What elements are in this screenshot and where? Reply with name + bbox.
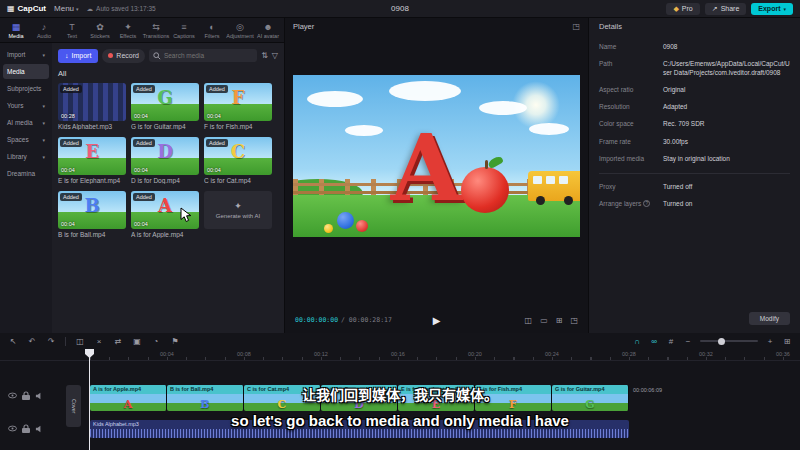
timeline-clip-a-apple[interactable]: A is for Apple.mp4 A xyxy=(90,385,167,411)
timeline-clip-g-guitar[interactable]: G is for Guitar.mp4 G xyxy=(552,385,629,411)
video-track-controls xyxy=(8,391,44,400)
record-button[interactable]: Record xyxy=(102,49,145,63)
sidebar-item-media[interactable]: Media xyxy=(3,64,49,79)
scene-letter-a: A xyxy=(391,126,462,211)
sidebar-label: Dreamina xyxy=(7,170,35,177)
mirror-icon[interactable]: ⇄ xyxy=(113,337,123,346)
media-card-a-apple[interactable]: Added A 00:04 A is for Apple.mp4 xyxy=(131,191,199,238)
detail-value: Stay in original location xyxy=(663,154,790,163)
detail-row-aspect-ratio: Aspect ratio Original xyxy=(599,85,790,94)
tab-text[interactable]: TText xyxy=(58,22,86,39)
mute-track-icon[interactable] xyxy=(35,425,44,433)
tab-label: Text xyxy=(67,33,77,39)
cover-button[interactable]: Cover xyxy=(66,385,81,427)
fullscreen-icon[interactable]: ◳ xyxy=(570,316,578,325)
delete-icon[interactable]: × xyxy=(94,337,104,346)
speed-icon[interactable]: ◔ xyxy=(151,337,161,346)
mark-icon[interactable]: ⚑ xyxy=(170,337,180,346)
media-card-g-guitar[interactable]: Added G 00:04 G is for Guitar.mp4 xyxy=(131,83,199,130)
lock-track-icon[interactable] xyxy=(22,391,30,400)
search-input[interactable] xyxy=(164,52,253,59)
zoom-out-icon[interactable]: − xyxy=(683,337,693,346)
tab-effects[interactable]: ✦Effects xyxy=(114,22,142,39)
media-browser-panel: Import▾ Media Subprojects Yours▾ AI medi… xyxy=(0,43,284,333)
sort-icon[interactable]: ⇅ xyxy=(261,51,268,60)
clip-letter: F xyxy=(509,398,517,411)
sidebar-item-ai-media[interactable]: AI media▾ xyxy=(3,115,49,130)
generate-with-ai-tile[interactable]: ✦ Generate with AI xyxy=(204,191,272,238)
tab-label: Adjustment xyxy=(226,33,254,39)
media-card-d-dog[interactable]: Added D 00:04 D is for Dog.mp4 xyxy=(131,137,199,184)
hide-track-icon[interactable] xyxy=(8,392,17,399)
sidebar-item-library[interactable]: Library▾ xyxy=(3,149,49,164)
player-expand-icon[interactable]: ◳ xyxy=(572,22,580,31)
zoom-knob[interactable] xyxy=(718,338,725,345)
tab-transitions[interactable]: ⇆Transitions xyxy=(142,22,170,39)
share-icon: ↗ xyxy=(712,5,718,13)
snap-icon[interactable]: # xyxy=(666,337,676,346)
media-card-e-elephant[interactable]: Added E 00:04 E is for Elephant.mp4 xyxy=(58,137,126,184)
pro-button[interactable]: ◆ Pro xyxy=(666,3,699,15)
effects-tab-icon: ✦ xyxy=(124,22,132,32)
detail-value: 0908 xyxy=(663,42,790,51)
fit-timeline-icon[interactable]: ⊞ xyxy=(782,337,792,346)
details-title: Details xyxy=(599,22,622,31)
mute-track-icon[interactable] xyxy=(35,392,44,400)
hide-track-icon[interactable] xyxy=(8,425,17,432)
tab-filters[interactable]: ◐Filters xyxy=(198,22,226,39)
timeline-clip-f-fish[interactable]: F is for Fish.mp4 F xyxy=(475,385,552,411)
pointer-tool-icon[interactable]: ↖ xyxy=(8,337,18,346)
timeline-clip-d-dog[interactable]: D is for Dog.mp4 D xyxy=(321,385,398,411)
share-button[interactable]: ↗ Share xyxy=(705,3,747,15)
thumbnail-letter: B xyxy=(58,195,126,216)
mirror-preview-icon[interactable]: ◫ xyxy=(525,316,533,325)
player-title: Player xyxy=(293,22,314,31)
timeline-clip-b-ball[interactable]: B is for Ball.mp4 B xyxy=(167,385,244,411)
tab-ai-avatar[interactable]: ☻AI avatar xyxy=(254,22,282,39)
tab-adjustment[interactable]: ◎Adjustment xyxy=(226,22,254,39)
bus-window xyxy=(533,176,542,184)
media-thumbnail: Added B 00:04 xyxy=(58,191,126,229)
timeline-clip-c-cat[interactable]: C is for Cat.mp4 C xyxy=(244,385,321,411)
link-icon[interactable]: ∞ xyxy=(649,337,659,346)
import-button[interactable]: ↓ Import xyxy=(58,49,98,63)
timeline-ruler[interactable]: 00:04 00:08 00:12 00:16 00:20 00:24 00:2… xyxy=(0,349,800,361)
search-box[interactable] xyxy=(149,49,257,62)
tab-captions[interactable]: ≡Captions xyxy=(170,22,198,39)
play-button[interactable]: ▶ xyxy=(433,315,441,326)
media-card-c-cat[interactable]: Added C 00:04 C is for Cat.mp4 xyxy=(204,137,272,184)
scene-school-bus xyxy=(528,171,580,201)
undo-icon[interactable]: ↶ xyxy=(27,337,37,346)
menu-button[interactable]: Menu ▾ xyxy=(54,4,79,13)
magnet-icon[interactable]: ∩ xyxy=(632,337,642,346)
media-card-kids-alphabet[interactable]: Added 00:28 Kids Alphabet.mp3 xyxy=(58,83,126,130)
sidebar-item-spaces[interactable]: Spaces▾ xyxy=(3,132,49,147)
playhead-line[interactable] xyxy=(89,349,90,450)
tab-audio[interactable]: ♪Audio xyxy=(30,22,58,39)
grid-icon[interactable]: ⊞ xyxy=(556,316,563,325)
timeline-clip-e-elephant[interactable]: E is for Elephant.mp4 E xyxy=(398,385,475,411)
ratio-icon[interactable]: ▭ xyxy=(540,316,548,325)
capcut-logo: ▦ CapCut xyxy=(7,4,46,13)
tab-label: Transitions xyxy=(143,33,170,39)
split-icon[interactable]: ◫ xyxy=(75,337,85,346)
sidebar-item-yours[interactable]: Yours▾ xyxy=(3,98,49,113)
project-title: 0908 xyxy=(391,4,409,13)
sidebar-item-subprojects[interactable]: Subprojects xyxy=(3,81,49,96)
audio-track-clip[interactable]: Kids Alphabet.mp3 xyxy=(90,420,629,438)
media-card-b-ball[interactable]: Added B 00:04 B is for Ball.mp4 xyxy=(58,191,126,238)
crop-icon[interactable]: ▣ xyxy=(132,337,142,346)
sidebar-item-import[interactable]: Import▾ xyxy=(3,47,49,62)
zoom-in-icon[interactable]: + xyxy=(765,337,775,346)
ruler-label: 00:28 xyxy=(622,351,636,357)
modify-button[interactable]: Modify xyxy=(749,312,790,325)
sidebar-item-dreamina[interactable]: Dreamina xyxy=(3,166,49,181)
media-card-f-fish[interactable]: Added F 00:04 F is for Fish.mp4 xyxy=(204,83,272,130)
lock-track-icon[interactable] xyxy=(22,424,30,433)
tab-media[interactable]: ▦Media xyxy=(2,22,30,39)
tab-stickers[interactable]: ✿Stickers xyxy=(86,22,114,39)
filter-icon[interactable]: ▽ xyxy=(272,51,278,60)
export-button[interactable]: Export ▾ xyxy=(751,3,793,15)
zoom-slider[interactable] xyxy=(700,340,758,342)
redo-icon[interactable]: ↷ xyxy=(46,337,56,346)
